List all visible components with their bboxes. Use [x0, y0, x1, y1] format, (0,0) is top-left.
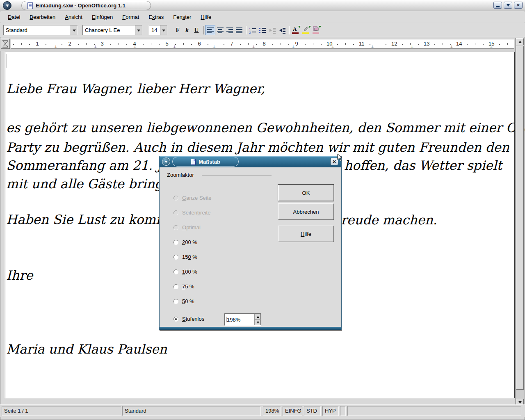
zoom-value-spinner[interactable]: 198% [224, 313, 261, 326]
group-label: Zoomfaktor [167, 172, 194, 178]
ruler-tick [78, 44, 79, 45]
doc-line-para-2: Party zu begrüßen. Auch in diesem Jahr m… [6, 139, 509, 155]
tab-stop-mark: ⊥ [94, 45, 97, 49]
menu-einfuegen[interactable]: Einfügen [89, 13, 116, 21]
doc-line-salutation: Liebe Frau Wagner, lieber Herr Wagner, [6, 80, 265, 97]
menu-ansicht[interactable]: Ansicht [62, 13, 85, 21]
ruler-tick [46, 44, 46, 45]
scrollbar-thumb[interactable] [516, 46, 524, 390]
vertical-scrollbar[interactable] [515, 38, 524, 406]
radio-icon[interactable] [173, 255, 178, 260]
highlight-color-button[interactable] [301, 25, 311, 35]
italic-button[interactable]: k [182, 25, 192, 35]
numbered-list-button[interactable]: 12 [248, 25, 258, 35]
menu-hilfe[interactable]: Hilfe [198, 13, 214, 21]
bullet-list-button[interactable] [258, 25, 267, 35]
radio-icon[interactable] [173, 269, 178, 274]
dialog-titlebar[interactable]: Maßstab ✕ [160, 156, 341, 167]
object-toolbar: Standard Chancery L Ee 14 F k U 12 [0, 23, 525, 37]
menu-bearbeiten[interactable]: Bearbeiten [27, 13, 58, 21]
radio-row-50[interactable]: 50 % [173, 298, 194, 305]
window-menu-button[interactable] [3, 1, 11, 10]
ruler-tick [256, 44, 257, 45]
text-cursor [7, 54, 7, 68]
radio-icon[interactable] [173, 299, 178, 304]
justify-button[interactable] [234, 25, 244, 35]
doc-line-invite-right: reude machen. [341, 212, 437, 228]
horizontal-ruler[interactable]: 123456789101112131415⊥⊥⊥⊥⊥⊥⊥⊥⊥⊥⊥⊥ [0, 38, 515, 51]
spin-up-button[interactable] [255, 314, 261, 320]
radio-icon[interactable] [173, 284, 178, 289]
ruler-tick [119, 43, 119, 45]
doc-line-invite-left: Haben Sie Lust zu komme [6, 211, 175, 228]
tab-stop-mark: ⊥ [212, 45, 216, 49]
menu-format[interactable]: Format [119, 13, 142, 21]
spinner-buttons [254, 314, 261, 325]
radio-icon[interactable] [173, 317, 178, 322]
radio-row-150[interactable]: 150 % [173, 253, 197, 260]
dialog-menu-button[interactable] [162, 158, 170, 166]
bold-button[interactable]: F [173, 25, 183, 35]
font-name-dropdown[interactable] [135, 25, 142, 35]
menu-fenster[interactable]: Fenster [170, 13, 194, 21]
ruler-tick [418, 44, 419, 45]
paragraph-style-combo[interactable]: Standard [3, 25, 78, 35]
font-name-combo[interactable]: Chancery L Ee [82, 25, 142, 35]
chevron-down-icon [6, 5, 9, 9]
status-selection-mode[interactable]: STD [304, 406, 321, 416]
radio-icon[interactable] [173, 240, 178, 245]
ruler-tick [370, 44, 370, 45]
font-size-dropdown[interactable] [160, 25, 167, 35]
underline-button[interactable]: U [192, 25, 201, 35]
doc-line-para-1: es gehört zu unseren liebgewonnenen Gewo… [6, 119, 525, 136]
cancel-button[interactable]: Abbrechen [278, 203, 334, 220]
menu-datei[interactable]: Datei [5, 13, 23, 21]
align-left-button[interactable] [205, 25, 215, 35]
tab-selector-button[interactable] [1, 39, 10, 49]
increase-indent-button[interactable] [277, 25, 287, 35]
radio-row-stufenlos[interactable]: Stufenlos [173, 315, 204, 322]
dialog-bottom-accent [160, 327, 341, 330]
chevron-down-icon [162, 30, 165, 33]
radio-row-75[interactable]: 75 % [173, 283, 194, 290]
tab-stop-mark: ⊥ [371, 45, 374, 49]
radio-row-100[interactable]: 100 % [173, 268, 197, 275]
font-size-combo[interactable]: 14 [149, 25, 167, 35]
font-color-button[interactable]: A [291, 25, 301, 35]
arrow-up-icon [257, 315, 259, 318]
help-button[interactable]: Hilfe [278, 226, 334, 242]
radio-row-optimal: Optimal [173, 224, 201, 231]
document-icon [27, 2, 33, 9]
shade-button[interactable] [504, 2, 512, 9]
zoom-value-field[interactable]: 198% [225, 314, 254, 325]
ruler-tick [151, 43, 151, 45]
spin-down-button[interactable] [255, 320, 261, 325]
radio-icon [173, 210, 178, 215]
ruler-tick [337, 44, 338, 45]
status-page-style[interactable]: Standard [122, 406, 261, 416]
radio-label: 100 % [182, 269, 197, 275]
decrease-indent-button[interactable] [267, 25, 277, 35]
tab-stop-mark: ⊥ [490, 45, 493, 49]
status-zoom[interactable]: 198% [263, 406, 281, 416]
ruler-number: 12 [391, 41, 396, 47]
close-button[interactable]: ✕ [514, 2, 523, 9]
ok-button[interactable]: OK [278, 185, 334, 201]
ruler-tick [483, 44, 484, 45]
radio-label: 50 % [182, 298, 194, 304]
ruler-tick [378, 43, 378, 45]
radio-row-200[interactable]: 200 % [173, 239, 197, 246]
minimize-button[interactable] [493, 2, 502, 9]
ruler-tick [248, 43, 249, 45]
doc-line-closing: Ihre [6, 267, 33, 283]
ruler-number: 6 [197, 41, 202, 47]
align-center-button[interactable] [215, 25, 225, 35]
status-hyperlink-mode[interactable]: HYP [322, 406, 339, 416]
status-insert-mode[interactable]: EINFG [283, 406, 302, 416]
align-right-button[interactable] [225, 25, 235, 35]
background-color-button[interactable] [311, 25, 321, 35]
window-title-pill: Einladung.sxw - OpenOffice.org 1.1 [21, 1, 151, 10]
scroll-up-button[interactable] [516, 38, 524, 45]
paragraph-style-dropdown[interactable] [71, 25, 78, 35]
menu-extras[interactable]: Extras [146, 13, 167, 21]
